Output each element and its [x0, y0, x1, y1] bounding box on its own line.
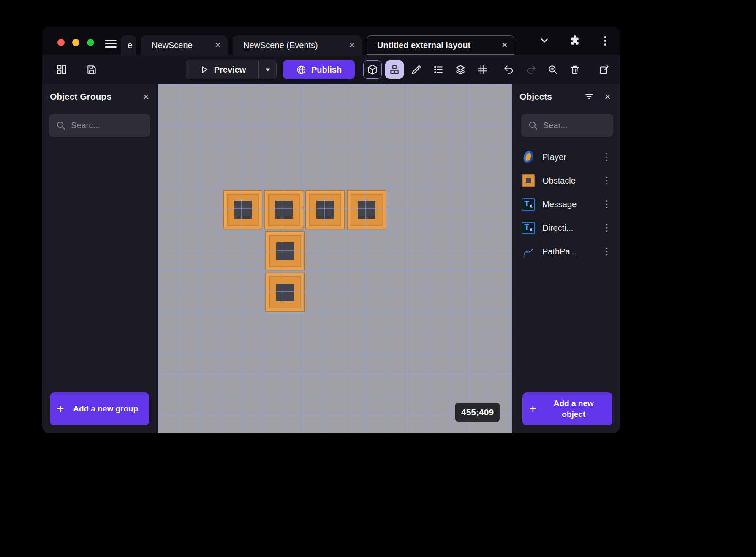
pencil-icon — [411, 64, 422, 75]
add-group-label: Add a new group — [69, 403, 142, 414]
add-object-button[interactable]: + Add a new object — [522, 392, 612, 425]
minimize-window-button[interactable] — [72, 39, 79, 46]
close-panel-icon[interactable]: × — [143, 92, 149, 102]
close-panel-icon[interactable]: × — [604, 92, 611, 102]
save-button[interactable] — [82, 60, 101, 79]
undo-icon — [503, 64, 514, 75]
object-menu-button[interactable]: ⋮ — [600, 151, 614, 162]
obstacle-instance[interactable] — [265, 231, 305, 271]
obstacle-instance[interactable] — [305, 190, 345, 230]
delete-button[interactable] — [566, 60, 584, 79]
content-area: Object Groups × + Add a new group 455;40… — [42, 84, 620, 433]
edit-note-button[interactable] — [595, 60, 614, 79]
text-object-icon: Tx — [521, 221, 536, 235]
filter-icon[interactable] — [583, 91, 595, 103]
search-icon — [56, 120, 66, 130]
close-tab-icon[interactable]: × — [349, 41, 354, 50]
instances-list-button[interactable] — [429, 60, 448, 79]
toolbar: Preview Publish — [42, 55, 620, 84]
obstacle-instance[interactable] — [264, 190, 304, 230]
tab-label: e — [128, 41, 132, 50]
object-label: Player — [542, 152, 593, 162]
close-tab-icon[interactable]: × — [502, 41, 507, 50]
publish-label: Publish — [311, 65, 342, 75]
object-row-path[interactable]: PathPa... ⋮ — [512, 240, 620, 263]
bullet-list-icon — [433, 64, 444, 75]
tab-label: Untitled external layout — [377, 41, 470, 50]
object-row-player[interactable]: Player ⋮ — [512, 145, 620, 169]
object-menu-button[interactable]: ⋮ — [600, 222, 614, 233]
undo-button[interactable] — [500, 60, 518, 79]
obstacle-instance[interactable] — [265, 273, 305, 312]
object-label: Message — [542, 200, 593, 209]
titlebar: e NewScene × NewScene (Events) × Untitle… — [42, 26, 620, 55]
tab-newscene[interactable]: NewScene × — [141, 35, 228, 55]
object-groups-search — [49, 114, 150, 137]
kebab-menu-icon[interactable]: ⋮ — [599, 34, 612, 47]
edit-button[interactable] — [407, 60, 426, 79]
grid-button[interactable] — [473, 60, 492, 79]
extensions-puzzle-icon[interactable] — [568, 34, 581, 47]
object-row-obstacle[interactable]: Obstacle ⋮ — [512, 169, 620, 192]
obstacle-instance-core — [358, 201, 375, 219]
obstacle-object-icon — [521, 173, 536, 188]
globe-icon — [296, 65, 307, 75]
object-label: PathPa... — [542, 247, 593, 257]
obstacle-instance-core — [234, 201, 252, 219]
cursor-coordinates: 455;409 — [455, 403, 500, 422]
tab-untitled-external-layout[interactable]: Untitled external layout × — [367, 35, 514, 55]
redo-button[interactable] — [522, 60, 540, 79]
object-menu-button[interactable]: ⋮ — [600, 246, 614, 257]
grid-icon — [477, 64, 488, 75]
plus-icon: + — [57, 403, 64, 415]
close-tab-icon[interactable]: × — [215, 41, 220, 50]
search-input[interactable] — [71, 121, 145, 130]
close-window-button[interactable] — [57, 39, 65, 46]
text-object-icon: Tx — [521, 197, 536, 211]
menu-icon[interactable] — [105, 38, 117, 50]
toolbar-left-group — [52, 55, 101, 84]
object-menu-button[interactable]: ⋮ — [600, 175, 614, 186]
scene-canvas[interactable]: 455;409 — [158, 84, 512, 433]
preview-label: Preview — [214, 65, 246, 75]
path-object-icon — [521, 244, 536, 259]
layers-button[interactable] — [451, 60, 470, 79]
tab-label: NewScene (Events) — [243, 41, 318, 50]
objects-panel: Objects × Player ⋮ — [512, 84, 620, 433]
blocks-view-button[interactable] — [385, 60, 404, 79]
object-groups-panel: Object Groups × + Add a new group — [42, 84, 158, 433]
zoom-window-button[interactable] — [87, 39, 94, 46]
obstacle-instance[interactable] — [347, 190, 386, 230]
chevron-down-icon[interactable] — [538, 34, 551, 47]
tab-clipped[interactable]: e — [121, 35, 136, 55]
object-label: Obstacle — [542, 176, 593, 186]
project-manager-button[interactable] — [52, 60, 71, 79]
obstacle-instance-core — [275, 201, 293, 219]
edit-note-icon — [599, 64, 610, 75]
obstacle-instance[interactable] — [223, 190, 263, 230]
titlebar-actions: ⋮ — [538, 26, 612, 55]
objects-search — [521, 114, 613, 137]
preview-button[interactable]: Preview — [186, 60, 277, 79]
tab-label: NewScene — [152, 41, 193, 50]
toolbar-icon-group — [363, 60, 614, 79]
app-window: e NewScene × NewScene (Events) × Untitle… — [42, 26, 620, 433]
tab-newscene-events[interactable]: NewScene (Events) × — [233, 35, 362, 55]
preview-dropdown-button[interactable] — [258, 60, 276, 79]
publish-button[interactable]: Publish — [283, 60, 355, 79]
object-row-message[interactable]: Tx Message ⋮ — [512, 192, 620, 216]
add-group-button[interactable]: + Add a new group — [50, 392, 149, 425]
object-menu-button[interactable]: ⋮ — [600, 199, 614, 210]
search-input[interactable] — [543, 121, 608, 130]
preview-button-main[interactable]: Preview — [186, 60, 258, 79]
object-list: Player ⋮ Obstacle ⋮ Tx Message ⋮ — [512, 145, 620, 263]
tile-layer — [158, 84, 512, 433]
zoom-in-button[interactable] — [544, 60, 562, 79]
cube-icon — [367, 64, 378, 75]
object-row-directions[interactable]: Tx Directi... ⋮ — [512, 216, 620, 240]
objects-header: Objects × — [512, 84, 620, 109]
add-object-label: Add a new object — [542, 398, 606, 419]
plus-icon: + — [529, 403, 537, 415]
redo-icon — [525, 64, 536, 75]
cube-view-button[interactable] — [363, 60, 382, 79]
